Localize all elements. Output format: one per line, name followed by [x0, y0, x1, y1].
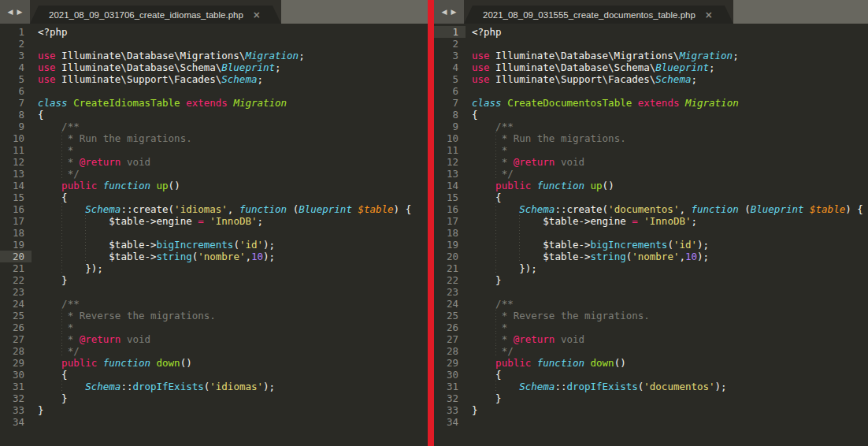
- code-line: 2: [0, 38, 428, 50]
- line-number: 18: [434, 227, 466, 239]
- code-line: 7class CreateIdiomasTable extends Migrat…: [0, 97, 428, 109]
- code-line: 19 $table->bigIncrements('id');: [0, 239, 428, 251]
- code-line: 20 $table->string('nombre',10);: [0, 251, 428, 262]
- line-number: 27: [434, 333, 466, 345]
- tab-close-icon[interactable]: ×: [253, 10, 261, 20]
- code-line: 14 public function up(): [0, 180, 428, 191]
- tab-create-documentos-table[interactable]: 2021_08_09_031555_create_documentos_tabl…: [464, 6, 733, 24]
- code-line: 20 $table->string('nombre',10);: [434, 251, 868, 262]
- code-line: 18: [0, 227, 428, 239]
- line-number: 5: [434, 73, 466, 85]
- code-line: 33}: [0, 404, 428, 416]
- editor-pane-right: ◀ ▶ 2021_08_09_031555_create_documentos_…: [434, 0, 868, 446]
- code-line: 29 public function down(): [434, 357, 868, 369]
- code-line: 4use Illuminate\Database\Schema\Blueprin…: [434, 61, 868, 73]
- line-number: 31: [434, 381, 466, 392]
- line-number: 22: [0, 274, 32, 286]
- code-line: 25 * Reverse the migrations.: [434, 310, 868, 321]
- code-line: 15 {: [434, 191, 868, 203]
- code-editor-documentos[interactable]: 1<?php23use Illuminate\Database\Migratio…: [434, 24, 868, 446]
- line-number: 29: [434, 357, 466, 369]
- code-line: 5use Illuminate\Support\Facades\Schema;: [0, 73, 428, 85]
- code-editor-idiomas[interactable]: 1<?php23use Illuminate\Database\Migratio…: [0, 24, 428, 446]
- line-number: 6: [434, 85, 466, 97]
- code-line: 2: [434, 38, 868, 50]
- line-number: 11: [0, 144, 32, 156]
- code-line: 8{: [434, 109, 868, 121]
- line-number: 20: [434, 251, 466, 262]
- code-line: 30 {: [0, 369, 428, 381]
- line-number: 34: [434, 416, 466, 428]
- line-number: 3: [0, 50, 32, 61]
- tab-well: 2021_08_09_031555_create_documentos_tabl…: [464, 0, 733, 24]
- code-line: 26 *: [434, 321, 868, 333]
- line-number: 24: [434, 298, 466, 310]
- editor-window: ◀ ▶ 2021_08_09_031706_create_idiomas_tab…: [0, 0, 868, 446]
- line-number: 8: [0, 109, 32, 121]
- code-line: 32 }: [434, 392, 868, 404]
- line-number: 16: [434, 203, 466, 215]
- line-number: 9: [0, 121, 32, 132]
- code-line: 15 {: [0, 191, 428, 203]
- scroll-right-icon[interactable]: ▶: [451, 9, 457, 16]
- line-number: 30: [0, 369, 32, 381]
- code-line: 9 /**: [0, 121, 428, 132]
- code-line: 28 */: [434, 345, 868, 357]
- line-number: 15: [0, 191, 32, 203]
- tab-close-icon[interactable]: ×: [705, 10, 713, 20]
- line-number: 19: [0, 239, 32, 251]
- code-line: 17 $table->engine = 'InnoDB';: [434, 215, 868, 227]
- line-number: 20: [0, 251, 32, 262]
- line-number: 3: [434, 50, 466, 61]
- code-line: 11 *: [0, 144, 428, 156]
- tab-scroll-arrows[interactable]: ◀ ▶: [0, 0, 30, 24]
- line-number: 17: [434, 215, 466, 227]
- line-number: 25: [0, 310, 32, 321]
- tab-well: 2021_08_09_031706_create_idiomas_table.p…: [30, 0, 281, 24]
- line-number: 2: [0, 38, 32, 50]
- line-number: 4: [434, 61, 466, 73]
- line-number: 18: [0, 227, 32, 239]
- tab-create-idiomas-table[interactable]: 2021_08_09_031706_create_idiomas_table.p…: [30, 6, 281, 24]
- tab-scroll-arrows[interactable]: ◀ ▶: [434, 0, 464, 24]
- scroll-right-icon[interactable]: ▶: [17, 9, 23, 16]
- line-number: 29: [0, 357, 32, 369]
- scroll-left-icon[interactable]: ◀: [8, 9, 13, 16]
- code-line: 23: [434, 286, 868, 298]
- line-number: 21: [434, 262, 466, 274]
- code-line: 16 Schema::create('documentos', function…: [434, 203, 868, 215]
- code-line: 19 $table->bigIncrements('id');: [434, 239, 868, 251]
- line-number: 10: [434, 132, 466, 144]
- line-number: 12: [0, 156, 32, 168]
- line-number: 34: [0, 416, 32, 428]
- line-number: 28: [0, 345, 32, 357]
- line-number: 9: [434, 121, 466, 132]
- code-line: 10 * Run the migrations.: [0, 132, 428, 144]
- code-line: 32 }: [0, 392, 428, 404]
- line-number: 13: [0, 168, 32, 180]
- line-number: 12: [434, 156, 466, 168]
- code-line: 31 Schema::dropIfExists('documentos');: [434, 381, 868, 392]
- line-number: 13: [434, 168, 466, 180]
- code-line: 12 * @return void: [434, 156, 868, 168]
- line-number: 23: [0, 286, 32, 298]
- line-number: 7: [434, 97, 466, 109]
- code-line: 34: [434, 416, 868, 428]
- code-line: 25 * Reverse the migrations.: [0, 310, 428, 321]
- code-line: 5use Illuminate\Support\Facades\Schema;: [434, 73, 868, 85]
- code-line: 22 }: [434, 274, 868, 286]
- scroll-left-icon[interactable]: ◀: [442, 9, 447, 16]
- code-line: 9 /**: [434, 121, 868, 132]
- line-number: 2: [434, 38, 466, 50]
- code-line: 21 });: [0, 262, 428, 274]
- code-line: 24 /**: [434, 298, 868, 310]
- line-number: 10: [0, 132, 32, 144]
- pane-divider[interactable]: [428, 0, 434, 446]
- line-number: 24: [0, 298, 32, 310]
- line-number: 8: [434, 109, 466, 121]
- line-number: 22: [434, 274, 466, 286]
- code-line: 18: [434, 227, 868, 239]
- line-number: 33: [434, 404, 466, 416]
- code-line: 23: [0, 286, 428, 298]
- code-line: 17 $table->engine = 'InnoDB';: [0, 215, 428, 227]
